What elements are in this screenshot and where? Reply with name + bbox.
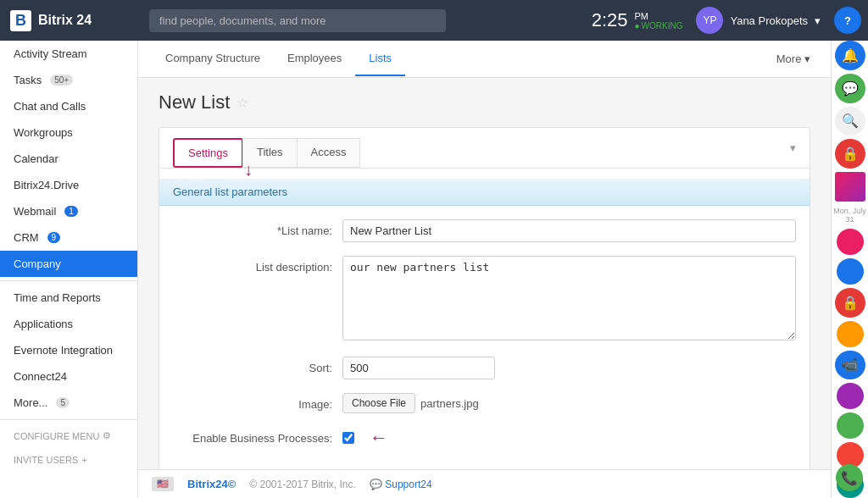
dropdown-arrow-icon[interactable]: ▾ [790, 141, 796, 154]
sidebar-item-webmail[interactable]: Webmail 1 [0, 198, 137, 224]
sidebar-divider [0, 280, 137, 281]
notifications-icon[interactable]: 🔔 [835, 41, 865, 70]
sidebar-item-time-reports[interactable]: Time and Reports [0, 285, 137, 311]
tab-employees[interactable]: Employees [274, 42, 355, 76]
phone-button[interactable]: 📞 [836, 464, 863, 491]
tab-more[interactable]: More ▾ [770, 42, 817, 75]
rp-avatar-5[interactable] [837, 412, 864, 439]
settings-tab-settings[interactable]: Settings [173, 138, 243, 168]
avatar: YP [696, 7, 723, 34]
rp-avatar-1[interactable] [837, 229, 864, 255]
search-bar[interactable] [149, 9, 446, 32]
rp-avatar-2[interactable] [837, 258, 864, 285]
list-desc-label-text: List description: [256, 261, 332, 274]
list-desc-textarea[interactable]: our new partners list [342, 256, 796, 340]
tab-company-structure[interactable]: Company Structure [152, 42, 274, 76]
support-link[interactable]: 💬 Support24 [370, 479, 432, 490]
section-header: General list parameters [159, 179, 810, 206]
sidebar-item-applications[interactable]: Applications [0, 311, 137, 337]
choose-file-button[interactable]: Choose File [342, 393, 415, 413]
search-input[interactable] [149, 9, 446, 32]
sidebar-item-crm[interactable]: CRM 9 [0, 224, 137, 251]
sidebar-divider-2 [0, 419, 137, 420]
list-desc-control: our new partners list [342, 256, 796, 343]
time-period: PM [635, 11, 683, 21]
sidebar-item-label: Company [14, 257, 61, 270]
page-content: New List ☆ Settings Titles Access ↓ ▾ [138, 78, 831, 498]
plus-icon: + [81, 455, 86, 465]
lock-icon-2[interactable]: 🔒 [835, 288, 865, 318]
image-control: Choose File partners.jpg [342, 393, 796, 413]
user-name: Yana Prokopets [730, 14, 808, 27]
invite-users[interactable]: INVITE USERS + [0, 448, 137, 472]
user-dropdown-icon: ▾ [815, 14, 821, 27]
sidebar-item-label: Time and Reports [14, 291, 101, 304]
enable-bp-row: Enable Business Processes: ← [173, 427, 796, 449]
configure-menu[interactable]: CONFIGURE MENU ⚙ [0, 423, 137, 448]
sidebar-item-workgroups[interactable]: Workgroups [0, 119, 137, 146]
sidebar-item-label: More... [14, 396, 47, 409]
tab-more-label: More ▾ [776, 53, 810, 65]
tab-lists[interactable]: Lists [355, 42, 405, 76]
list-name-input[interactable] [342, 219, 796, 242]
banner[interactable] [835, 172, 865, 202]
image-label: Image: [173, 393, 342, 411]
sidebar-item-label: CRM [14, 231, 39, 244]
tab-label: Lists [369, 52, 392, 64]
logo-text: Bitrix 24 [38, 13, 92, 28]
sidebar-item-tasks[interactable]: Tasks 50+ [0, 67, 137, 93]
sort-row: Sort: [173, 357, 796, 379]
help-button[interactable]: ? [834, 7, 861, 34]
settings-tab-label: Settings [188, 147, 228, 159]
sidebar-item-label: Evernote Integration [14, 344, 113, 357]
tab-label: Company Structure [165, 52, 260, 64]
gear-icon: ⚙ [103, 430, 111, 441]
form-body: *List name: List description: our new pa… [159, 206, 810, 476]
sub-header: Company Structure Employees Lists More ▾ [138, 41, 831, 78]
sidebar-item-chat-calls[interactable]: Chat and Calls [0, 93, 137, 119]
rp-avatar-4[interactable] [837, 383, 864, 409]
logo[interactable]: B Bitrix 24 [0, 10, 136, 31]
page-title-text: New List [159, 91, 230, 113]
sidebar-item-label: Applications [14, 318, 73, 330]
user-menu[interactable]: YP Yana Prokopets ▾ [682, 7, 834, 34]
page-title: New List ☆ [159, 91, 810, 113]
search-icon[interactable]: 🔍 [835, 107, 865, 136]
video-icon[interactable]: 📹 [835, 351, 865, 380]
bottom-bar: 🇺🇸 Bitrix24© © 2001-2017 Bitrix, Inc. 💬 … [138, 469, 831, 498]
logo-icon: B [10, 10, 31, 31]
main-content: Company Structure Employees Lists More ▾… [138, 0, 831, 498]
rp-avatar-3[interactable] [837, 321, 864, 347]
topbar: B Bitrix 24 2:25 PM ●WORKING YP Yana Pro… [0, 0, 868, 41]
sidebar-item-evernote[interactable]: Evernote Integration [0, 337, 137, 363]
star-icon[interactable]: ☆ [236, 95, 248, 111]
sidebar-item-label: Tasks [14, 74, 42, 86]
list-name-control [342, 219, 796, 242]
enable-bp-checkbox[interactable] [342, 432, 354, 444]
list-desc-row: List description: our new partners list [173, 256, 796, 343]
chat-icon[interactable]: 💬 [835, 74, 865, 103]
enable-bp-control: ← [342, 427, 796, 449]
sidebar: Activity Stream Tasks 50+ Chat and Calls… [0, 0, 138, 498]
enable-bp-label-text: Enable Business Processes: [192, 432, 332, 445]
sidebar-item-bitrix24drive[interactable]: Bitrix24.Drive [0, 172, 137, 198]
configure-menu-label: CONFIGURE MENU [14, 431, 99, 441]
list-name-label: *List name: [173, 219, 342, 237]
sidebar-item-connect24[interactable]: Connect24 [0, 363, 137, 390]
sidebar-item-calendar[interactable]: Calendar [0, 146, 137, 172]
invite-users-label: INVITE USERS [14, 455, 78, 465]
settings-tab-label: Titles [257, 146, 283, 158]
lock-icon[interactable]: 🔒 [835, 139, 865, 169]
sidebar-item-more[interactable]: More... 5 [0, 390, 137, 416]
settings-tab-access[interactable]: Access [297, 138, 361, 168]
language-flag[interactable]: 🇺🇸 [152, 477, 174, 491]
right-panel-date: Mon, July 31 [832, 205, 868, 225]
sort-label: Sort: [173, 357, 342, 374]
sidebar-item-activity-stream[interactable]: Activity Stream [0, 41, 137, 67]
checkbox-arrow: ← [370, 427, 388, 449]
sidebar-item-company[interactable]: Company [0, 251, 137, 277]
sort-input[interactable] [342, 357, 495, 379]
sidebar-item-label: Connect24 [14, 370, 67, 383]
clock: 2:25 PM ●WORKING [592, 9, 683, 31]
tasks-badge: 50+ [50, 75, 73, 86]
